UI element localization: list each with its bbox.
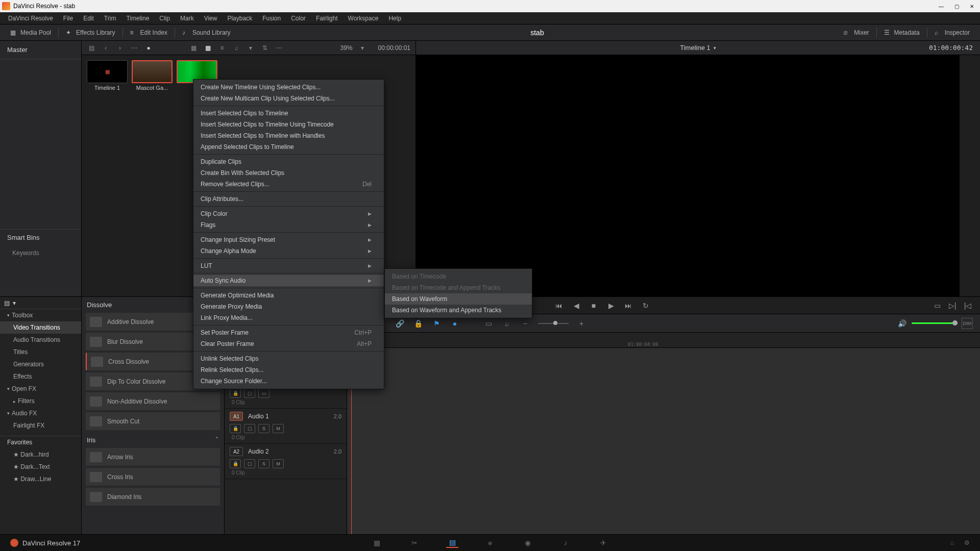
audio-track-2[interactable]: A2Audio 22.0 🔒▢SM 0 Clip — [225, 444, 347, 479]
toolbox-group[interactable]: ▾Toolbox — [0, 309, 81, 321]
menu-change-source[interactable]: Change Source Folder... — [193, 375, 384, 387]
speaker-icon[interactable]: 🔊 — [896, 318, 908, 329]
sound-library-toggle[interactable]: ♪Sound Library — [177, 28, 236, 37]
deliver-page[interactable]: ✈ — [597, 538, 609, 548]
menu-playback[interactable]: Playback — [223, 14, 256, 23]
menu-sizing[interactable]: Change Input Sizing Preset▶ — [193, 234, 384, 245]
dim-button[interactable]: DIM — [962, 318, 973, 329]
menu-clip[interactable]: Clip — [155, 14, 174, 23]
menu-view[interactable]: View — [200, 14, 222, 23]
menu-workspace[interactable]: Workspace — [344, 14, 383, 23]
titles[interactable]: Titles — [0, 346, 81, 358]
bin-list-icon[interactable]: ▤ — [87, 43, 96, 53]
prev-frame-button[interactable]: ◀ — [571, 300, 581, 311]
zoom-search-icon[interactable]: ⌕ — [501, 318, 512, 329]
edit-index-toggle[interactable]: ≡Edit Index — [125, 28, 173, 37]
more-icon[interactable]: ⋯ — [130, 43, 139, 53]
inspector-toggle[interactable]: ⌕Inspector — [929, 28, 975, 37]
media-page[interactable]: ▦ — [371, 538, 383, 548]
fav-item[interactable]: ★ Dark...hird — [0, 448, 81, 461]
fx-nonadditive-dissolve[interactable]: Non-Additive Dissolve — [86, 392, 220, 410]
lock-icon[interactable]: 🔒 — [230, 424, 241, 433]
sub-waveform-append[interactable]: Based on Waveform and Append Tracks — [385, 305, 532, 316]
mixer-toggle[interactable]: ⎚Mixer — [839, 28, 874, 37]
mark-out-icon[interactable]: |◁ — [963, 300, 973, 311]
chevron-down-icon[interactable]: ▾ — [13, 299, 16, 307]
menu-set-poster[interactable]: Set Poster FrameCtrl+P — [193, 327, 384, 338]
menu-insert-handles[interactable]: Insert Selected Clips to Timeline with H… — [193, 130, 384, 141]
clip-mascot[interactable]: Mascot Ga... — [132, 60, 173, 91]
auto-select-icon[interactable]: ▢ — [244, 459, 255, 468]
menu-lut[interactable]: LUT▶ — [193, 260, 384, 271]
auto-select-icon[interactable]: ▢ — [244, 389, 255, 398]
effects[interactable]: Effects — [0, 370, 81, 383]
iris-section[interactable]: Iris⌃ — [82, 432, 224, 446]
fav-item[interactable]: ★ Draw...Line — [0, 473, 81, 485]
menu-flags[interactable]: Flags▶ — [193, 219, 384, 231]
audio-track-1[interactable]: A1Audio 12.0 🔒▢SM 0 Clip — [225, 409, 347, 444]
metadata-toggle[interactable]: ☰Metadata — [879, 28, 925, 37]
stop-button[interactable]: ■ — [589, 300, 599, 311]
lock-icon[interactable]: 🔒 — [230, 389, 241, 398]
timeline-ruler[interactable]: 01:00:04:00 — [347, 333, 980, 348]
sub-waveform[interactable]: Based on Waveform — [385, 293, 532, 305]
master-bin[interactable]: Master — [0, 41, 81, 59]
next-frame-button[interactable]: ⏭ — [623, 300, 633, 311]
nav-back-icon[interactable]: ‹ — [101, 43, 110, 53]
search-icon[interactable]: ⌕ — [232, 43, 241, 53]
auto-select-icon[interactable]: ▢ — [244, 424, 255, 433]
menu-clear-poster[interactable]: Clear Poster FrameAlt+P — [193, 338, 384, 349]
menu-timeline[interactable]: Timeline — [122, 14, 153, 23]
smart-bins-header[interactable]: Smart Bins — [0, 229, 81, 245]
loop-button[interactable]: ↻ — [641, 300, 651, 311]
minimize-button[interactable]: — — [935, 2, 947, 10]
menu-remove[interactable]: Remove Selected Clips...Del — [193, 179, 384, 190]
audio-transitions[interactable]: Audio Transitions — [0, 334, 81, 346]
chevron-down-icon[interactable]: ▾ — [358, 43, 367, 53]
settings-icon[interactable]: ⚙ — [964, 539, 970, 546]
chevron-down-icon[interactable]: ▾ — [714, 45, 716, 51]
options-icon[interactable]: ⋯ — [275, 43, 284, 53]
flag-blue-icon[interactable]: ⚑ — [431, 318, 442, 329]
menu-create-timeline[interactable]: Create New Timeline Using Selected Clips… — [193, 82, 384, 93]
cut-page[interactable]: ✂ — [408, 538, 421, 548]
mute-button[interactable]: M — [273, 424, 284, 433]
menu-file[interactable]: File — [59, 14, 77, 23]
list-view-icon[interactable]: ≡ — [217, 43, 227, 53]
menu-create-bin[interactable]: Create Bin With Selected Clips — [193, 167, 384, 179]
menu-fusion[interactable]: Fusion — [258, 14, 285, 23]
maximize-button[interactable]: ▢ — [950, 2, 963, 10]
menu-mark[interactable]: Mark — [176, 14, 198, 23]
menu-relink[interactable]: Relink Selected Clips... — [193, 364, 384, 375]
edit-page[interactable]: ▤ — [446, 538, 458, 548]
sub-timecode-append[interactable]: Based on Timecode and Append Tracks — [385, 282, 532, 293]
video-transitions[interactable]: Video Transitions — [0, 321, 81, 334]
menu-append[interactable]: Append Selected Clips to Timeline — [193, 141, 384, 153]
solo-button[interactable]: S — [258, 424, 270, 433]
menu-fairlight[interactable]: Fairlight — [312, 14, 342, 23]
grid-view-icon[interactable]: ▦ — [203, 43, 212, 53]
openfx-group[interactable]: ▾Open FX — [0, 383, 81, 395]
list-icon[interactable]: ▤ — [4, 299, 10, 307]
menu-trim[interactable]: Trim — [100, 14, 120, 23]
menu-gen-proxy[interactable]: Generate Proxy Media — [193, 301, 384, 312]
disable-icon[interactable]: ▭ — [258, 389, 270, 398]
link-toggle[interactable]: 🔗 — [394, 318, 405, 329]
sort-icon[interactable]: ⇅ — [260, 43, 270, 53]
menu-color[interactable]: Color — [287, 14, 310, 23]
thumb-view-icon[interactable]: ▦ — [189, 43, 198, 53]
first-frame-button[interactable]: ⏮ — [554, 300, 564, 311]
menu-edit[interactable]: Edit — [79, 14, 98, 23]
media-pool-toggle[interactable]: ▦Media Pool — [5, 28, 56, 37]
zoom-in-icon[interactable]: + — [576, 318, 587, 329]
lock-toggle[interactable]: 🔒 — [412, 318, 424, 329]
home-icon[interactable]: ⌂ — [950, 539, 954, 546]
solo-button[interactable]: S — [258, 459, 270, 468]
menu-unlink[interactable]: Unlink Selected Clips — [193, 353, 384, 364]
menu-link-proxy[interactable]: Link Proxy Media... — [193, 312, 384, 323]
keywords-bin[interactable]: Keywords — [0, 245, 81, 261]
menu-autosync[interactable]: Auto Sync Audio▶ — [193, 275, 384, 286]
match-frame-icon[interactable]: ▭ — [932, 300, 942, 311]
close-button[interactable]: ✕ — [966, 2, 978, 10]
a2-badge[interactable]: A2 — [230, 447, 243, 456]
